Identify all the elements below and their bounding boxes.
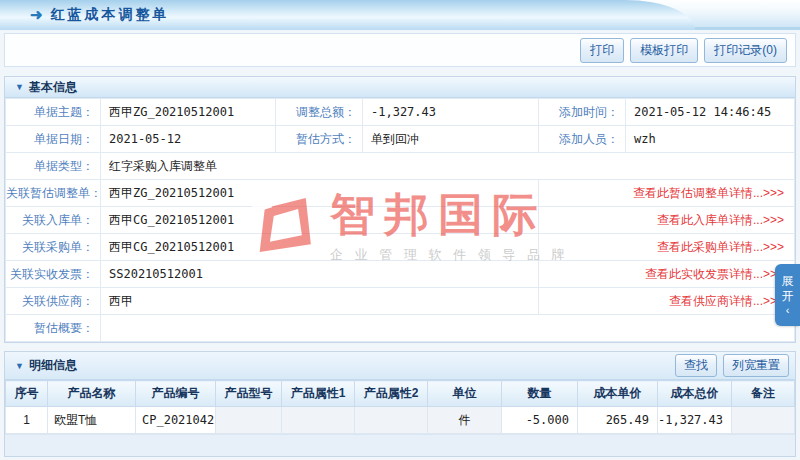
cell-product-model: [216, 407, 282, 434]
col-index: 序号: [6, 381, 48, 407]
collapse-icon: ▼: [15, 361, 24, 371]
summary-label: 暂估概要：: [6, 315, 101, 342]
find-button[interactable]: 查找: [675, 354, 717, 377]
col-remark: 备注: [732, 381, 795, 407]
basic-info-table: 单据主题： 西甲ZG_20210512001 调整总额： -1,327.43 添…: [5, 98, 795, 342]
detail-info-title: 明细信息: [29, 357, 77, 374]
expand-side-tab[interactable]: 展 开 ‹: [775, 264, 800, 326]
supplier-label: 关联供应商：: [6, 288, 101, 315]
table-row: 关联供应商： 西甲 查看供应商详情...>>>: [6, 288, 795, 315]
cell-attr2: [355, 407, 428, 434]
inbound-label: 关联入库单：: [6, 207, 101, 234]
cell-unit: 件: [428, 407, 502, 434]
table-row: 关联实收发票： SS20210512001 查看此实收发票详情...>>>: [6, 261, 795, 288]
detail-info-section-header[interactable]: ▼ 明细信息 查找 列宽重置: [5, 352, 795, 380]
table-row: 关联入库单： 西甲CG_20210512001 查看此入库单详情...>>>: [6, 207, 795, 234]
table-row: 关联暂估调整单： 西甲ZG_20210512001 查看此暂估调整单详情...>…: [6, 180, 795, 207]
table-row: 单据日期： 2021-05-12 暂估方式： 单到回冲 添加人员： wzh: [6, 126, 795, 153]
cell-remark: [732, 407, 795, 434]
page-header: ➜ 红蓝成本调整单: [0, 0, 800, 30]
detail-info-panel: ▼ 明细信息 查找 列宽重置 序号 产品名称 产品编号 产品型号 产品属性1 产…: [4, 351, 796, 457]
cell-quantity: -5.000: [502, 407, 578, 434]
title-tab: ➜ 红蓝成本调整单: [0, 0, 695, 30]
total-label: 调整总额：: [276, 99, 363, 126]
table-row: 1 欧盟T恤 CP_20210425001 件 -5.000 265.49 -1…: [6, 407, 795, 434]
view-supplier-link[interactable]: 查看供应商详情...>>>: [669, 294, 784, 308]
detail-header-row: 序号 产品名称 产品编号 产品型号 产品属性1 产品属性2 单位 数量 成本单价…: [6, 381, 795, 407]
col-unit: 单位: [428, 381, 502, 407]
type-value: 红字采购入库调整单: [101, 153, 795, 180]
invoice-label: 关联实收发票：: [6, 261, 101, 288]
cell-attr1: [282, 407, 355, 434]
summary-value: [101, 315, 795, 342]
expand-label-char-2: 开: [782, 289, 794, 304]
view-inbound-link[interactable]: 查看此入库单详情...>>>: [657, 213, 784, 227]
cell-total-cost: -1,327.43: [658, 407, 732, 434]
estimate-mode-label: 暂估方式：: [276, 126, 363, 153]
col-quantity: 数量: [502, 381, 578, 407]
est-adj-label: 关联暂估调整单：: [6, 180, 101, 207]
date-value: 2021-05-12: [101, 126, 276, 153]
add-time-value: 2021-05-12 14:46:45: [626, 99, 795, 126]
cell-product-code: CP_20210425001: [136, 407, 216, 434]
cell-index: 1: [6, 407, 48, 434]
add-time-label: 添加时间：: [539, 99, 626, 126]
chevron-left-icon: ‹: [786, 304, 790, 317]
est-adj-value: 西甲ZG_20210512001: [101, 180, 539, 207]
col-unit-cost: 成本单价: [578, 381, 658, 407]
adder-label: 添加人员：: [539, 126, 626, 153]
template-print-button[interactable]: 模板打印: [630, 38, 698, 63]
table-row: 单据类型： 红字采购入库调整单: [6, 153, 795, 180]
subject-label: 单据主题：: [6, 99, 101, 126]
expand-label-char-1: 展: [782, 274, 794, 289]
basic-info-panel: ▼ 基本信息 单据主题： 西甲ZG_20210512001 调整总额： -1,3…: [4, 76, 796, 343]
print-button[interactable]: 打印: [580, 38, 624, 63]
cell-unit-cost: 265.49: [578, 407, 658, 434]
view-purchase-link[interactable]: 查看此采购单详情...>>>: [657, 240, 784, 254]
arrow-icon: ➜: [30, 6, 43, 24]
purchase-label: 关联采购单：: [6, 234, 101, 261]
subject-value: 西甲ZG_20210512001: [101, 99, 276, 126]
basic-info-section-header[interactable]: ▼ 基本信息: [5, 77, 795, 98]
col-product-name: 产品名称: [48, 381, 136, 407]
supplier-value: 西甲: [101, 288, 539, 315]
view-estimate-adjust-link[interactable]: 查看此暂估调整单详情...>>>: [633, 186, 784, 200]
col-product-model: 产品型号: [216, 381, 282, 407]
view-invoice-link[interactable]: 查看此实收发票详情...>>>: [645, 267, 784, 281]
col-product-code: 产品编号: [136, 381, 216, 407]
col-attr1: 产品属性1: [282, 381, 355, 407]
adder-value: wzh: [626, 126, 795, 153]
date-label: 单据日期：: [6, 126, 101, 153]
table-row: 单据主题： 西甲ZG_20210512001 调整总额： -1,327.43 添…: [6, 99, 795, 126]
column-width-reset-button[interactable]: 列宽重置: [723, 354, 789, 377]
table-row: 关联采购单： 西甲CG_20210512001 查看此采购单详情...>>>: [6, 234, 795, 261]
page-title: 红蓝成本调整单: [51, 6, 170, 24]
toolbar: 打印 模板打印 打印记录(0): [4, 33, 796, 67]
total-value: -1,327.43: [363, 99, 539, 126]
col-attr2: 产品属性2: [355, 381, 428, 407]
type-label: 单据类型：: [6, 153, 101, 180]
estimate-mode-value: 单到回冲: [363, 126, 539, 153]
cell-product-name: 欧盟T恤: [48, 407, 136, 434]
invoice-value: SS20210512001: [101, 261, 539, 288]
purchase-value: 西甲CG_20210512001: [101, 234, 539, 261]
table-row: 暂估概要：: [6, 315, 795, 342]
basic-info-title: 基本信息: [29, 79, 77, 96]
print-log-button[interactable]: 打印记录(0): [704, 38, 787, 63]
col-total-cost: 成本总价: [658, 381, 732, 407]
inbound-value: 西甲CG_20210512001: [101, 207, 539, 234]
detail-footer-strip: [5, 434, 795, 456]
detail-table: 序号 产品名称 产品编号 产品型号 产品属性1 产品属性2 单位 数量 成本单价…: [5, 380, 795, 434]
collapse-icon: ▼: [15, 82, 24, 92]
